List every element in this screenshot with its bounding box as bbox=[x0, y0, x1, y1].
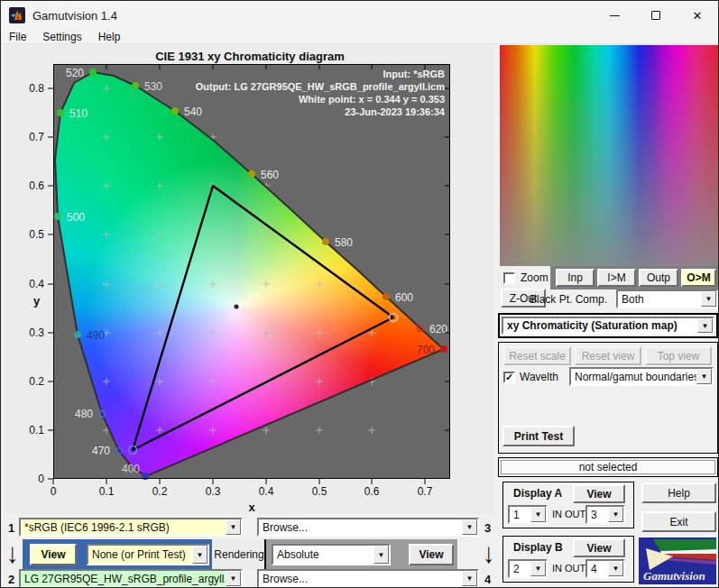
chart-figure: CIE 1931 xy Chromaticity diagram y x bbox=[6, 45, 493, 514]
chevron-down-icon[interactable]: ▼ bbox=[608, 561, 623, 576]
y-tick: 0 bbox=[38, 473, 44, 485]
view-mode-select[interactable]: xy Chromaticity (Saturation map) ▼ bbox=[502, 317, 714, 335]
top-view-button[interactable]: Top view bbox=[645, 346, 712, 365]
axis-ticks bbox=[48, 64, 450, 484]
x-axis-label: x bbox=[248, 501, 255, 514]
menu-help[interactable]: Help bbox=[90, 30, 129, 44]
x-tick: 0.7 bbox=[418, 485, 433, 498]
chevron-down-icon[interactable]: ▼ bbox=[696, 369, 712, 384]
input-profile-select[interactable]: *sRGB (IEC6 1996-2.1 sRGB) ▼ bbox=[19, 518, 243, 537]
browse-bottom-value: Browse... bbox=[259, 571, 462, 586]
spectral-locus-outline bbox=[55, 72, 444, 476]
x-tick: 0.1 bbox=[99, 485, 115, 498]
chevron-down-icon[interactable]: ▼ bbox=[530, 561, 546, 576]
wavelth-label: Wavelth bbox=[520, 371, 558, 383]
display-a-out-select[interactable]: 3 ▼ bbox=[585, 505, 625, 524]
minimize-button[interactable] bbox=[594, 1, 635, 30]
outp-button[interactable]: Outp bbox=[639, 269, 678, 287]
i-to-m-button[interactable]: I>M bbox=[597, 269, 636, 287]
view-mode-frame: xy Chromaticity (Saturation map) ▼ bbox=[498, 313, 718, 338]
wavelength-label-530: 530 bbox=[144, 80, 162, 93]
chevron-down-icon[interactable]: ▼ bbox=[462, 519, 477, 535]
reset-view-button[interactable]: Reset view bbox=[575, 346, 641, 365]
x-tick: 0.4 bbox=[259, 485, 274, 498]
maximize-button[interactable] bbox=[635, 1, 677, 30]
wavelength-label-400: 400 bbox=[122, 463, 140, 475]
saturation-map-preview[interactable] bbox=[500, 45, 718, 266]
gamutvision-logo: Gamutvision bbox=[639, 537, 716, 584]
output-profile-select[interactable]: LG 27GR95QE_HW_sRGB_profile_argyll.icm ▼ bbox=[19, 569, 243, 588]
help-button[interactable]: Help bbox=[641, 482, 716, 503]
rendering-value: Absolute bbox=[273, 546, 373, 564]
display-b-view-button[interactable]: View bbox=[573, 538, 625, 557]
x-tick: 0.2 bbox=[152, 485, 168, 498]
wavelength-label-580: 580 bbox=[335, 236, 353, 249]
chevron-down-icon[interactable]: ▼ bbox=[701, 291, 716, 307]
wavelength-dot-510 bbox=[57, 109, 64, 116]
window-title: Gamutvision 1.4 bbox=[32, 9, 117, 23]
boundaries-select[interactable]: Normal/gamut boundaries ▼ bbox=[569, 367, 714, 386]
display-a-inout-label: IN OUT bbox=[552, 509, 585, 519]
zoom-checkbox[interactable] bbox=[503, 272, 515, 284]
black-pt-comp-select[interactable]: Both ▼ bbox=[616, 289, 718, 308]
chevron-down-icon[interactable]: ▼ bbox=[373, 546, 389, 564]
wavelength-label-520: 520 bbox=[66, 67, 84, 79]
y-tick: 0.2 bbox=[29, 375, 44, 388]
app-window: Gamutvision 1.4 ✕ File Settings Help CIE… bbox=[0, 0, 719, 588]
rendering-label: Rendering bbox=[214, 539, 264, 570]
browse-top-select[interactable]: Browse... ▼ bbox=[257, 518, 479, 537]
slot-4-label: 4 bbox=[484, 573, 491, 586]
selection-status: not selected bbox=[501, 460, 715, 474]
x-tick: 0.6 bbox=[364, 485, 380, 498]
display-b-out-select[interactable]: 4 ▼ bbox=[585, 559, 625, 578]
close-button[interactable]: ✕ bbox=[677, 1, 718, 30]
chevron-down-icon[interactable]: ▼ bbox=[226, 571, 241, 586]
intent-select[interactable]: None (or Print Test) ▼ bbox=[87, 544, 209, 565]
chevron-down-icon[interactable]: ▼ bbox=[530, 507, 546, 522]
inp-button[interactable]: Inp bbox=[556, 269, 595, 287]
view-input-button[interactable]: View bbox=[30, 544, 77, 565]
wavelength-label-560: 560 bbox=[261, 169, 279, 181]
wavelength-dot-540 bbox=[171, 107, 179, 115]
menu-file[interactable]: File bbox=[1, 30, 34, 44]
chart-title: CIE 1931 xy Chromaticity diagram bbox=[6, 50, 493, 63]
chevron-down-icon[interactable]: ▼ bbox=[226, 519, 241, 535]
chevron-down-icon[interactable]: ▼ bbox=[462, 571, 477, 586]
browse-bottom-select[interactable]: Browse... ▼ bbox=[257, 569, 479, 588]
maximize-icon bbox=[651, 11, 660, 20]
o-to-m-button[interactable]: O>M bbox=[681, 269, 716, 287]
display-b-out-value: 4 bbox=[587, 561, 608, 576]
chevron-down-icon[interactable]: ▼ bbox=[697, 318, 713, 333]
chevron-down-icon[interactable]: ▼ bbox=[192, 546, 207, 564]
intent-value: None (or Print Test) bbox=[88, 546, 192, 564]
print-test-button[interactable]: Print Test bbox=[502, 426, 575, 446]
gamut-triangle bbox=[133, 186, 393, 450]
rendering-select[interactable]: Absolute ▼ bbox=[272, 544, 391, 565]
minimize-icon bbox=[610, 15, 620, 16]
display-a-in-select[interactable]: 1 ▼ bbox=[508, 505, 548, 524]
menu-settings[interactable]: Settings bbox=[34, 30, 89, 44]
reset-scale-button[interactable]: Reset scale bbox=[503, 346, 571, 365]
annotation-whitepoint: White point: x = 0.344 y = 0.353 bbox=[196, 93, 445, 106]
view-output-button[interactable]: View bbox=[409, 544, 454, 565]
wavelength-dot-530 bbox=[132, 82, 139, 89]
display-a-view-button[interactable]: View bbox=[573, 484, 625, 503]
menubar: File Settings Help bbox=[1, 30, 718, 44]
display-b-in-select[interactable]: 2 ▼ bbox=[508, 559, 548, 578]
logo-text: Gamutvision bbox=[643, 569, 705, 583]
chevron-down-icon[interactable]: ▼ bbox=[608, 507, 623, 522]
y-axis-label: y bbox=[33, 294, 40, 308]
wavelth-checkbox[interactable]: ✓ bbox=[503, 372, 515, 383]
wavelength-dot-490 bbox=[74, 331, 81, 338]
wavelength-label-490: 490 bbox=[87, 329, 105, 342]
y-tick: 0.8 bbox=[29, 82, 44, 95]
y-tick: 0.5 bbox=[29, 228, 44, 241]
exit-button[interactable]: Exit bbox=[641, 511, 716, 532]
wavelth-row: ✓ Wavelth bbox=[503, 371, 558, 383]
app-icon bbox=[9, 7, 25, 23]
selection-status-box: not selected bbox=[498, 457, 718, 477]
x-tick: 0.5 bbox=[312, 485, 327, 498]
wavelength-label-500: 500 bbox=[67, 211, 85, 224]
wavelength-dot-560 bbox=[248, 170, 255, 178]
chromaticity-plot[interactable]: 400 470 480 490 500 510 520 530 540 560 … bbox=[53, 64, 450, 479]
